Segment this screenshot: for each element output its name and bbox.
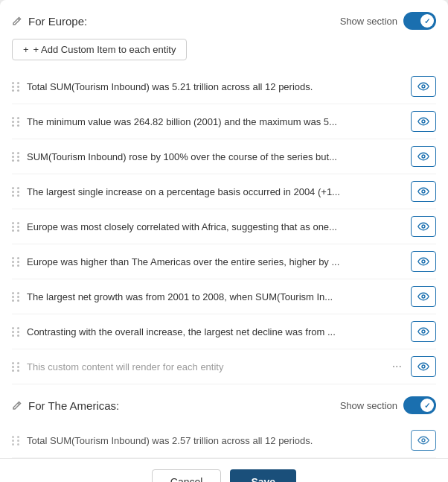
svg-point-6 bbox=[422, 295, 425, 298]
europe-toggle-thumb: ✓ bbox=[420, 14, 434, 28]
modal-container: For Europe: Show section ✓ + + Add Custo… bbox=[0, 0, 448, 482]
europe-list-item: Contrasting with the overall increase, t… bbox=[12, 314, 436, 349]
visibility-toggle-button[interactable] bbox=[411, 356, 436, 377]
item-text: SUM(Tourism Inbound) rose by 100% over t… bbox=[27, 151, 405, 162]
add-custom-item-button[interactable]: + + Add Custom Item to each entity bbox=[12, 39, 187, 60]
europe-list-item: Total SUM(Tourism Inbound) was 5.21 tril… bbox=[12, 69, 436, 104]
item-text: Total SUM(Tourism Inbound) was 2.57 tril… bbox=[27, 435, 405, 446]
drag-handle[interactable] bbox=[12, 257, 21, 267]
drag-handle[interactable] bbox=[12, 292, 21, 302]
europe-item-list: Total SUM(Tourism Inbound) was 5.21 tril… bbox=[12, 69, 436, 384]
save-button[interactable]: Save bbox=[230, 469, 296, 482]
europe-section-title: For Europe: bbox=[12, 15, 87, 28]
pencil-icon bbox=[12, 16, 22, 26]
americas-toggle-thumb: ✓ bbox=[420, 399, 434, 412]
visibility-toggle-button[interactable] bbox=[411, 146, 436, 167]
americas-section-divider: For The Americas: Show section ✓ bbox=[12, 396, 436, 414]
modal-footer: Cancel Save bbox=[0, 458, 448, 482]
americas-section-title: For The Americas: bbox=[12, 399, 119, 412]
item-text: This custom content will render for each… bbox=[27, 361, 383, 372]
europe-list-item: The largest net growth was from 2001 to … bbox=[12, 279, 436, 314]
europe-list-item: Europe was most closely correlated with … bbox=[12, 209, 436, 244]
europe-list-item: Europe was higher than The Americas over… bbox=[12, 244, 436, 279]
americas-item-list: Total SUM(Tourism Inbound) was 2.57 tril… bbox=[12, 423, 436, 458]
drag-handle[interactable] bbox=[12, 436, 21, 445]
drag-handle[interactable] bbox=[12, 222, 21, 232]
add-icon: + bbox=[23, 44, 29, 55]
visibility-toggle-button[interactable] bbox=[411, 251, 436, 272]
svg-point-2 bbox=[422, 155, 425, 158]
drag-handle[interactable] bbox=[12, 187, 21, 197]
europe-show-label: Show section bbox=[340, 16, 397, 27]
add-button-label: + Add Custom Item to each entity bbox=[33, 44, 176, 55]
americas-show-section-group: Show section ✓ bbox=[340, 396, 436, 414]
visibility-toggle-button[interactable] bbox=[411, 430, 436, 451]
modal-body: For Europe: Show section ✓ + + Add Custo… bbox=[0, 0, 448, 458]
europe-show-section-group: Show section ✓ bbox=[340, 12, 436, 30]
svg-point-7 bbox=[422, 330, 425, 333]
americas-section-header: For The Americas: Show section ✓ bbox=[12, 396, 436, 414]
drag-handle[interactable] bbox=[12, 327, 21, 337]
europe-list-item: This custom content will render for each… bbox=[12, 349, 436, 384]
americas-title-text: For The Americas: bbox=[28, 399, 119, 412]
drag-handle[interactable] bbox=[12, 82, 21, 92]
visibility-toggle-button[interactable] bbox=[411, 216, 436, 237]
item-text: Total SUM(Tourism Inbound) was 5.21 tril… bbox=[27, 81, 405, 92]
europe-toggle-check: ✓ bbox=[424, 17, 430, 25]
americas-list-item: Total SUM(Tourism Inbound) was 2.57 tril… bbox=[12, 423, 436, 458]
cancel-button[interactable]: Cancel bbox=[152, 469, 222, 482]
europe-list-item: SUM(Tourism Inbound) rose by 100% over t… bbox=[12, 139, 436, 174]
visibility-toggle-button[interactable] bbox=[411, 286, 436, 307]
americas-show-label: Show section bbox=[340, 400, 397, 411]
svg-point-0 bbox=[422, 85, 425, 88]
drag-handle[interactable] bbox=[12, 117, 21, 127]
item-text: Europe was higher than The Americas over… bbox=[27, 256, 405, 267]
item-text: Contrasting with the overall increase, t… bbox=[27, 326, 405, 337]
item-text: The largest single increase on a percent… bbox=[27, 186, 405, 197]
visibility-toggle-button[interactable] bbox=[411, 181, 436, 202]
svg-point-4 bbox=[422, 225, 425, 228]
visibility-toggle-button[interactable] bbox=[411, 76, 436, 97]
svg-point-5 bbox=[422, 260, 425, 263]
item-text: The largest net growth was from 2001 to … bbox=[27, 291, 405, 302]
svg-point-1 bbox=[422, 120, 425, 123]
visibility-toggle-button[interactable] bbox=[411, 111, 436, 132]
europe-section-header: For Europe: Show section ✓ bbox=[12, 12, 436, 30]
europe-list-item: The minimum value was 264.82 billion (20… bbox=[12, 104, 436, 139]
svg-point-8 bbox=[422, 365, 425, 368]
europe-title-text: For Europe: bbox=[28, 15, 87, 28]
item-text: The minimum value was 264.82 billion (20… bbox=[27, 116, 405, 127]
americas-toggle[interactable]: ✓ bbox=[403, 396, 436, 414]
svg-point-3 bbox=[422, 190, 425, 193]
americas-toggle-check: ✓ bbox=[424, 402, 430, 410]
visibility-toggle-button[interactable] bbox=[411, 321, 436, 342]
drag-handle[interactable] bbox=[12, 362, 21, 372]
pencil-icon-2 bbox=[12, 400, 22, 410]
europe-list-item: The largest single increase on a percent… bbox=[12, 174, 436, 209]
svg-point-9 bbox=[422, 439, 425, 442]
item-text: Europe was most closely correlated with … bbox=[27, 221, 405, 232]
drag-handle[interactable] bbox=[12, 152, 21, 162]
europe-toggle[interactable]: ✓ bbox=[403, 12, 436, 30]
more-options-button[interactable]: ··· bbox=[389, 360, 405, 373]
